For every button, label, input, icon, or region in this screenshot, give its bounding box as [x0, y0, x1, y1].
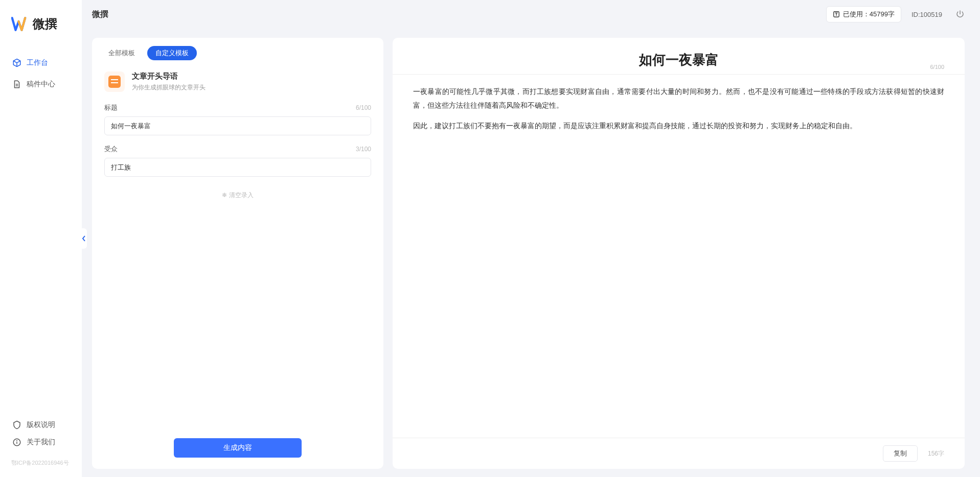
clear-input-link[interactable]: ❄ 清空录入 — [104, 186, 371, 205]
text-icon — [833, 11, 840, 18]
icp-text: 鄂ICP备2022016946号 — [0, 456, 82, 467]
output-paragraph: 一夜暴富的可能性几乎微乎其微，而打工族想要实现财富自由，通常需要付出大量的时间和… — [413, 85, 944, 112]
power-icon — [955, 10, 965, 19]
title-input[interactable] — [104, 116, 371, 135]
logout-button[interactable] — [952, 7, 968, 22]
usage-text: 已使用：45799字 — [843, 10, 895, 19]
output-paragraph: 因此，建议打工族们不要抱有一夜暴富的期望，而是应该注重积累财富和提高自身技能，通… — [413, 119, 944, 133]
form-area: 标题 6/100 受众 3/100 ❄ 清空录入 — [92, 97, 383, 430]
audience-input[interactable] — [104, 158, 371, 177]
field-label: 标题 — [104, 103, 118, 112]
sidebar-footer: 版权说明 关于我们 — [0, 416, 82, 456]
field-count: 3/100 — [356, 146, 371, 153]
sidebar-link-about[interactable]: 关于我们 — [6, 434, 76, 451]
usage-chip[interactable]: 已使用：45799字 — [826, 6, 901, 22]
generate-button[interactable]: 生成内容 — [174, 438, 302, 458]
copy-button[interactable]: 复制 — [883, 445, 918, 462]
config-panel: 全部模板 自定义模板 文章开头导语 为你生成抓眼球的文章开头 标题 — [92, 38, 383, 469]
sidebar-item-drafts[interactable]: 稿件中心 — [6, 75, 76, 94]
svg-point-2 — [17, 441, 17, 441]
template-icon — [104, 71, 125, 92]
tab-custom-template[interactable]: 自定义模板 — [147, 46, 197, 60]
template-tabs: 全部模板 自定义模板 — [92, 38, 383, 64]
shield-icon — [12, 420, 21, 430]
sidebar-item-workbench[interactable]: 工作台 — [6, 53, 76, 73]
field-label: 受众 — [104, 145, 118, 154]
output-title: 如何一夜暴富 — [413, 51, 944, 69]
field-audience: 受众 3/100 — [104, 145, 371, 177]
output-header: 如何一夜暴富 6/100 — [393, 38, 965, 75]
info-icon — [12, 438, 21, 447]
sidebar-collapse-handle[interactable] — [81, 228, 87, 249]
topbar: 微撰 已使用：45799字 ID:100519 — [82, 0, 980, 29]
sidebar-link-label: 版权说明 — [27, 420, 55, 430]
sidebar-nav: 工作台 稿件中心 — [0, 53, 82, 416]
output-panel: 如何一夜暴富 6/100 一夜暴富的可能性几乎微乎其微，而打工族想要实现财富自由… — [393, 38, 965, 469]
chevron-left-icon — [82, 235, 86, 242]
output-footer: 复制 156字 — [393, 438, 965, 469]
tab-all-templates[interactable]: 全部模板 — [100, 46, 143, 60]
cube-icon — [12, 58, 21, 67]
logo-icon — [11, 15, 29, 33]
output-word-count: 156字 — [928, 449, 944, 458]
sidebar-item-label: 工作台 — [27, 58, 48, 67]
template-title: 文章开头导语 — [132, 71, 206, 81]
output-title-count: 6/100 — [930, 64, 944, 70]
sidebar: 微撰 工作台 稿件中心 版权说明 关于我们 鄂ICP备2022016946号 — [0, 0, 82, 477]
user-id: ID:100519 — [911, 11, 942, 18]
sidebar-link-copyright[interactable]: 版权说明 — [6, 416, 76, 434]
template-desc: 为你生成抓眼球的文章开头 — [132, 83, 206, 92]
template-header: 文章开头导语 为你生成抓眼球的文章开头 — [92, 64, 383, 97]
field-title: 标题 6/100 — [104, 103, 371, 135]
field-count: 6/100 — [356, 104, 371, 111]
output-body: 一夜暴富的可能性几乎微乎其微，而打工族想要实现财富自由，通常需要付出大量的时间和… — [393, 75, 965, 438]
document-icon — [12, 80, 21, 89]
sidebar-item-label: 稿件中心 — [27, 80, 55, 89]
document-lines-icon — [108, 76, 121, 88]
brand-logo: 微撰 — [0, 15, 82, 53]
sidebar-link-label: 关于我们 — [27, 438, 55, 447]
page-title: 微撰 — [92, 9, 108, 20]
brand-name: 微撰 — [33, 16, 57, 32]
